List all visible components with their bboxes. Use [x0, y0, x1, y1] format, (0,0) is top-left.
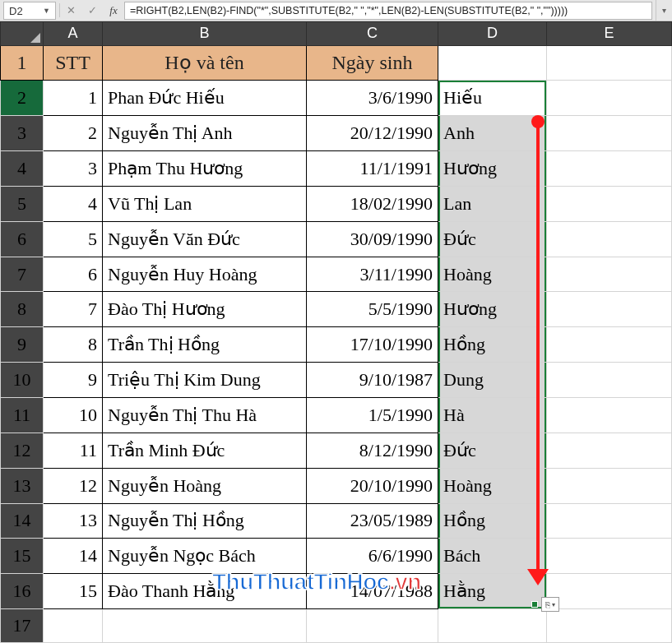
row-header[interactable]: 16: [1, 574, 44, 609]
cell[interactable]: Nguyễn Huy Hoàng: [103, 257, 307, 292]
cell[interactable]: [547, 257, 672, 292]
cell[interactable]: [547, 151, 672, 187]
cell[interactable]: 18/02/1990: [307, 186, 438, 221]
cell[interactable]: Đức: [438, 221, 547, 257]
cell[interactable]: [438, 609, 547, 643]
cell[interactable]: Hương: [438, 292, 547, 327]
cell[interactable]: 20/12/1990: [307, 116, 438, 151]
cell[interactable]: 9: [44, 363, 103, 398]
formula-input[interactable]: =RIGHT(B2,LEN(B2)-FIND("*",SUBSTITUTE(B2…: [124, 2, 652, 20]
cell[interactable]: Hồng: [438, 503, 547, 539]
cell[interactable]: Đức: [438, 433, 547, 468]
cell[interactable]: 6: [44, 257, 103, 292]
row-header[interactable]: 12: [1, 433, 44, 468]
cell[interactable]: 7: [44, 292, 103, 327]
name-box[interactable]: D2 ▼: [3, 2, 56, 20]
cell[interactable]: Phạm Thu Hương: [103, 151, 307, 187]
cell[interactable]: 3: [44, 151, 103, 187]
col-header-E[interactable]: E: [547, 22, 672, 46]
cell[interactable]: Hồng: [438, 327, 547, 363]
cell[interactable]: [103, 609, 307, 643]
cell[interactable]: 1: [44, 81, 103, 116]
cell[interactable]: 8/12/1990: [307, 433, 438, 468]
cancel-formula-button[interactable]: ✕: [60, 0, 81, 21]
row-header[interactable]: 17: [1, 609, 44, 643]
cell[interactable]: Hương: [438, 151, 547, 187]
insert-function-button[interactable]: fx: [103, 0, 124, 21]
row-header[interactable]: 15: [1, 539, 44, 574]
cell[interactable]: Nguyễn Văn Đức: [103, 221, 307, 257]
fill-handle[interactable]: [531, 601, 538, 608]
row-header[interactable]: 9: [1, 327, 44, 363]
cell[interactable]: [547, 539, 672, 574]
cell[interactable]: 15: [44, 574, 103, 609]
cell[interactable]: 13: [44, 503, 103, 539]
cell[interactable]: [547, 398, 672, 433]
row-header[interactable]: 3: [1, 116, 44, 151]
cell[interactable]: Nguyễn Thị Anh: [103, 116, 307, 151]
row-header[interactable]: 10: [1, 363, 44, 398]
cell[interactable]: Lan: [438, 186, 547, 221]
cell[interactable]: 23/05/1989: [307, 503, 438, 539]
row-header[interactable]: 14: [1, 503, 44, 539]
cell[interactable]: Anh: [438, 116, 547, 151]
row-header[interactable]: 5: [1, 186, 44, 221]
cell[interactable]: Vũ Thị Lan: [103, 186, 307, 221]
cell[interactable]: Hiếu: [438, 81, 547, 116]
cell[interactable]: [307, 609, 438, 643]
cell[interactable]: [547, 45, 672, 81]
cell[interactable]: Phan Đức Hiếu: [103, 81, 307, 116]
cell[interactable]: 20/10/1990: [307, 468, 438, 503]
cell[interactable]: 30/09/1990: [307, 221, 438, 257]
cell[interactable]: Họ và tên: [103, 45, 307, 81]
chevron-down-icon[interactable]: ▼: [43, 7, 50, 15]
row-header[interactable]: 4: [1, 151, 44, 187]
cell[interactable]: [547, 81, 672, 116]
cell[interactable]: Ngày sinh: [307, 45, 438, 81]
col-header-D[interactable]: D: [438, 22, 547, 46]
row-header[interactable]: 13: [1, 468, 44, 503]
cell[interactable]: [547, 574, 672, 609]
cell[interactable]: [547, 116, 672, 151]
cell[interactable]: Nguyễn Thị Hồng: [103, 503, 307, 539]
cell[interactable]: 10: [44, 398, 103, 433]
cell[interactable]: 3/6/1990: [307, 81, 438, 116]
cell[interactable]: [547, 221, 672, 257]
row-header[interactable]: 2: [1, 81, 44, 116]
cell[interactable]: [547, 468, 672, 503]
cell[interactable]: Hà: [438, 398, 547, 433]
cell[interactable]: [547, 609, 672, 643]
cell[interactable]: Hoàng: [438, 468, 547, 503]
cell[interactable]: 2: [44, 116, 103, 151]
cell[interactable]: 4: [44, 186, 103, 221]
expand-formula-bar-button[interactable]: ▾: [656, 0, 672, 21]
cell[interactable]: 12: [44, 468, 103, 503]
cell[interactable]: 9/10/1987: [307, 363, 438, 398]
col-header-C[interactable]: C: [307, 22, 438, 46]
cell[interactable]: 1/5/1990: [307, 398, 438, 433]
col-header-B[interactable]: B: [103, 22, 307, 46]
cell[interactable]: [547, 363, 672, 398]
cell[interactable]: 17/10/1990: [307, 327, 438, 363]
cell[interactable]: [547, 186, 672, 221]
cell[interactable]: 3/11/1990: [307, 257, 438, 292]
select-all-corner[interactable]: [1, 22, 44, 46]
cell[interactable]: [44, 609, 103, 643]
worksheet[interactable]: A B C D E 1 STT Họ và tên Ngày sinh 21Ph…: [0, 21, 672, 643]
row-header[interactable]: 7: [1, 257, 44, 292]
cell[interactable]: Đào Thị Hương: [103, 292, 307, 327]
cell[interactable]: Trần Minh Đức: [103, 433, 307, 468]
col-header-A[interactable]: A: [44, 22, 103, 46]
cell[interactable]: Nguyễn Hoàng: [103, 468, 307, 503]
row-header[interactable]: 11: [1, 398, 44, 433]
cell[interactable]: Hoàng: [438, 257, 547, 292]
row-header[interactable]: 6: [1, 221, 44, 257]
cell[interactable]: Bách: [438, 539, 547, 574]
cell[interactable]: STT: [44, 45, 103, 81]
cell[interactable]: Hằng: [438, 574, 547, 609]
cell[interactable]: 5: [44, 221, 103, 257]
cell[interactable]: Dung: [438, 363, 547, 398]
cell[interactable]: 5/5/1990: [307, 292, 438, 327]
row-header[interactable]: 1: [1, 45, 44, 81]
cell[interactable]: [547, 503, 672, 539]
